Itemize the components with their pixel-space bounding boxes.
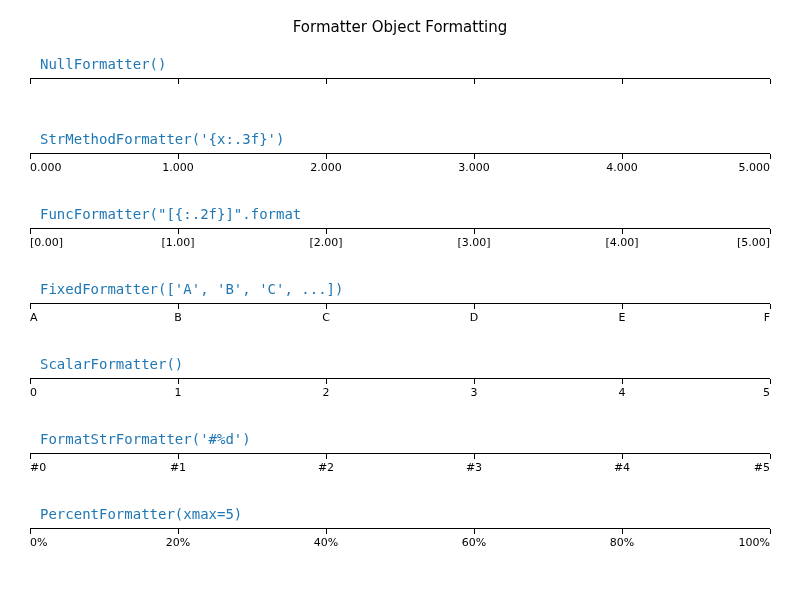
tick-mark bbox=[474, 154, 475, 159]
tick-label: 100% bbox=[739, 536, 770, 549]
tick-label: 3 bbox=[471, 386, 478, 399]
tick-mark bbox=[178, 229, 179, 234]
tick-mark bbox=[326, 379, 327, 384]
tick-label: 4.000 bbox=[606, 161, 638, 174]
tick-mark bbox=[178, 79, 179, 84]
axis-title: FuncFormatter("[{:.2f}]".format bbox=[30, 206, 770, 222]
tick-label: [4.00] bbox=[605, 236, 638, 249]
axis-line: 0%20%40%60%80%100% bbox=[30, 528, 770, 539]
tick-mark bbox=[622, 454, 623, 459]
tick-mark bbox=[326, 529, 327, 534]
tick-label: C bbox=[322, 311, 330, 324]
tick-mark bbox=[770, 79, 771, 84]
tick-label: 1.000 bbox=[162, 161, 194, 174]
axis-block-0: NullFormatter() bbox=[30, 56, 770, 89]
tick-label: [3.00] bbox=[457, 236, 490, 249]
tick-mark bbox=[326, 154, 327, 159]
axis-title: NullFormatter() bbox=[30, 56, 770, 72]
axis-block-3: FixedFormatter(['A', 'B', 'C', ...])ABCD… bbox=[30, 281, 770, 314]
tick-mark bbox=[474, 379, 475, 384]
tick-mark bbox=[622, 379, 623, 384]
tick-label: 5.000 bbox=[739, 161, 771, 174]
axis-line: 0.0001.0002.0003.0004.0005.000 bbox=[30, 153, 770, 164]
tick-mark bbox=[30, 154, 31, 159]
tick-label: 80% bbox=[610, 536, 634, 549]
axis-line: 012345 bbox=[30, 378, 770, 389]
tick-label: #3 bbox=[466, 461, 482, 474]
tick-mark bbox=[326, 229, 327, 234]
tick-label: 60% bbox=[462, 536, 486, 549]
tick-mark bbox=[622, 154, 623, 159]
axis-block-6: PercentFormatter(xmax=5)0%20%40%60%80%10… bbox=[30, 506, 770, 539]
tick-mark bbox=[326, 304, 327, 309]
axis-block-2: FuncFormatter("[{:.2f}]".format[0.00][1.… bbox=[30, 206, 770, 239]
tick-mark bbox=[326, 454, 327, 459]
axis-title: FormatStrFormatter('#%d') bbox=[30, 431, 770, 447]
axis-title: StrMethodFormatter('{x:.3f}') bbox=[30, 131, 770, 147]
axis-title: ScalarFormatter() bbox=[30, 356, 770, 372]
tick-mark bbox=[770, 379, 771, 384]
tick-label: B bbox=[174, 311, 182, 324]
tick-label: [2.00] bbox=[309, 236, 342, 249]
tick-mark bbox=[770, 304, 771, 309]
tick-mark bbox=[622, 79, 623, 84]
tick-mark bbox=[326, 79, 327, 84]
axis-title: FixedFormatter(['A', 'B', 'C', ...]) bbox=[30, 281, 770, 297]
axis-block-5: FormatStrFormatter('#%d')#0#1#2#3#4#5 bbox=[30, 431, 770, 464]
tick-label: #0 bbox=[30, 461, 46, 474]
tick-label: F bbox=[764, 311, 770, 324]
tick-label: 0 bbox=[30, 386, 37, 399]
tick-label: 3.000 bbox=[458, 161, 490, 174]
tick-mark bbox=[178, 304, 179, 309]
tick-mark bbox=[770, 229, 771, 234]
tick-label: [1.00] bbox=[161, 236, 194, 249]
axis-line: ABCDEF bbox=[30, 303, 770, 314]
tick-label: 0% bbox=[30, 536, 47, 549]
tick-mark bbox=[178, 154, 179, 159]
tick-label: #5 bbox=[754, 461, 770, 474]
tick-label: 1 bbox=[175, 386, 182, 399]
tick-label: #4 bbox=[614, 461, 630, 474]
tick-mark bbox=[30, 79, 31, 84]
tick-mark bbox=[770, 154, 771, 159]
tick-mark bbox=[30, 229, 31, 234]
tick-mark bbox=[474, 304, 475, 309]
axis-block-4: ScalarFormatter()012345 bbox=[30, 356, 770, 389]
tick-label: #1 bbox=[170, 461, 186, 474]
page-title: Formatter Object Formatting bbox=[0, 18, 800, 36]
tick-label: 5 bbox=[763, 386, 770, 399]
tick-mark bbox=[622, 229, 623, 234]
axis-line: #0#1#2#3#4#5 bbox=[30, 453, 770, 464]
tick-mark bbox=[474, 529, 475, 534]
tick-label: A bbox=[30, 311, 38, 324]
axis-block-1: StrMethodFormatter('{x:.3f}')0.0001.0002… bbox=[30, 131, 770, 164]
axis-title: PercentFormatter(xmax=5) bbox=[30, 506, 770, 522]
tick-label: D bbox=[470, 311, 478, 324]
tick-label: [0.00] bbox=[30, 236, 63, 249]
tick-mark bbox=[30, 529, 31, 534]
axis-line bbox=[30, 78, 770, 89]
tick-mark bbox=[474, 229, 475, 234]
axis-line: [0.00][1.00][2.00][3.00][4.00][5.00] bbox=[30, 228, 770, 239]
tick-mark bbox=[30, 454, 31, 459]
tick-label: #2 bbox=[318, 461, 334, 474]
tick-mark bbox=[770, 529, 771, 534]
tick-label: 4 bbox=[619, 386, 626, 399]
tick-mark bbox=[474, 454, 475, 459]
tick-mark bbox=[474, 79, 475, 84]
tick-label: [5.00] bbox=[737, 236, 770, 249]
tick-label: 0.000 bbox=[30, 161, 62, 174]
tick-mark bbox=[30, 379, 31, 384]
tick-label: 2 bbox=[323, 386, 330, 399]
tick-mark bbox=[622, 304, 623, 309]
tick-label: 20% bbox=[166, 536, 190, 549]
tick-label: 40% bbox=[314, 536, 338, 549]
tick-mark bbox=[178, 454, 179, 459]
tick-mark bbox=[770, 454, 771, 459]
tick-label: 2.000 bbox=[310, 161, 342, 174]
tick-mark bbox=[622, 529, 623, 534]
tick-label: E bbox=[619, 311, 626, 324]
tick-mark bbox=[30, 304, 31, 309]
tick-mark bbox=[178, 379, 179, 384]
tick-mark bbox=[178, 529, 179, 534]
